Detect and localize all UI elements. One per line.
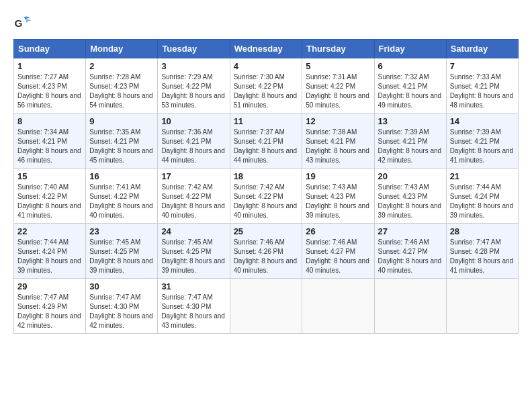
weekday-header-wednesday: Wednesday xyxy=(230,40,302,58)
weekday-header-friday: Friday xyxy=(374,40,446,58)
day-number: 7 xyxy=(450,61,515,71)
calendar-cell: 10 Sunrise: 7:36 AM Sunset: 4:21 PM Dayl… xyxy=(158,113,230,169)
weekday-header-row: SundayMondayTuesdayWednesdayThursdayFrid… xyxy=(14,40,519,58)
calendar-cell: 9 Sunrise: 7:35 AM Sunset: 4:21 PM Dayli… xyxy=(86,113,158,169)
day-number: 14 xyxy=(450,116,515,126)
calendar-cell xyxy=(374,279,446,334)
day-number: 23 xyxy=(89,226,154,236)
calendar-week-row: 29 Sunrise: 7:47 AM Sunset: 4:29 PM Dayl… xyxy=(14,279,519,334)
day-info: Sunrise: 7:42 AM Sunset: 4:22 PM Dayligh… xyxy=(234,183,299,220)
day-number: 12 xyxy=(306,116,370,126)
calendar-cell: 23 Sunrise: 7:45 AM Sunset: 4:25 PM Dayl… xyxy=(86,224,158,279)
day-info: Sunrise: 7:39 AM Sunset: 4:21 PM Dayligh… xyxy=(450,128,515,165)
calendar-week-row: 15 Sunrise: 7:40 AM Sunset: 4:22 PM Dayl… xyxy=(14,169,519,224)
calendar-cell: 21 Sunrise: 7:44 AM Sunset: 4:24 PM Dayl… xyxy=(446,169,518,224)
calendar-cell: 2 Sunrise: 7:28 AM Sunset: 4:23 PM Dayli… xyxy=(86,58,158,113)
day-number: 18 xyxy=(234,171,299,181)
day-number: 26 xyxy=(306,226,370,236)
calendar-cell: 19 Sunrise: 7:43 AM Sunset: 4:23 PM Dayl… xyxy=(302,169,374,224)
day-number: 22 xyxy=(17,226,82,236)
logo: G xyxy=(13,13,35,32)
day-number: 29 xyxy=(17,281,82,291)
day-number: 17 xyxy=(161,171,226,181)
day-number: 13 xyxy=(378,116,443,126)
day-info: Sunrise: 7:40 AM Sunset: 4:22 PM Dayligh… xyxy=(17,183,82,220)
day-info: Sunrise: 7:36 AM Sunset: 4:21 PM Dayligh… xyxy=(161,128,226,165)
calendar-week-row: 8 Sunrise: 7:34 AM Sunset: 4:21 PM Dayli… xyxy=(14,113,519,169)
day-info: Sunrise: 7:28 AM Sunset: 4:23 PM Dayligh… xyxy=(89,73,154,110)
day-info: Sunrise: 7:47 AM Sunset: 4:28 PM Dayligh… xyxy=(450,238,515,275)
calendar-cell: 24 Sunrise: 7:45 AM Sunset: 4:25 PM Dayl… xyxy=(158,224,230,279)
day-number: 1 xyxy=(17,61,82,71)
day-info: Sunrise: 7:30 AM Sunset: 4:22 PM Dayligh… xyxy=(234,73,299,110)
day-number: 28 xyxy=(450,226,515,236)
calendar-cell: 17 Sunrise: 7:42 AM Sunset: 4:22 PM Dayl… xyxy=(158,169,230,224)
day-number: 9 xyxy=(89,116,154,126)
calendar-cell: 30 Sunrise: 7:47 AM Sunset: 4:30 PM Dayl… xyxy=(86,279,158,334)
day-number: 25 xyxy=(234,226,299,236)
calendar-cell: 27 Sunrise: 7:46 AM Sunset: 4:27 PM Dayl… xyxy=(374,224,446,279)
calendar-cell: 15 Sunrise: 7:40 AM Sunset: 4:22 PM Dayl… xyxy=(14,169,86,224)
day-info: Sunrise: 7:39 AM Sunset: 4:21 PM Dayligh… xyxy=(378,128,443,165)
calendar-cell xyxy=(446,279,518,334)
calendar-cell xyxy=(302,279,374,334)
weekday-header-saturday: Saturday xyxy=(446,40,518,58)
calendar-cell: 4 Sunrise: 7:30 AM Sunset: 4:22 PM Dayli… xyxy=(230,58,302,113)
day-info: Sunrise: 7:29 AM Sunset: 4:22 PM Dayligh… xyxy=(161,73,226,110)
day-number: 11 xyxy=(234,116,299,126)
day-info: Sunrise: 7:43 AM Sunset: 4:23 PM Dayligh… xyxy=(378,183,443,220)
day-number: 16 xyxy=(89,171,154,181)
day-info: Sunrise: 7:46 AM Sunset: 4:26 PM Dayligh… xyxy=(234,238,299,275)
day-number: 3 xyxy=(161,61,226,71)
day-number: 30 xyxy=(89,281,154,291)
header: G xyxy=(13,13,519,32)
calendar-cell: 29 Sunrise: 7:47 AM Sunset: 4:29 PM Dayl… xyxy=(14,279,86,334)
day-info: Sunrise: 7:47 AM Sunset: 4:30 PM Dayligh… xyxy=(89,293,154,330)
calendar-cell: 31 Sunrise: 7:47 AM Sunset: 4:30 PM Dayl… xyxy=(158,279,230,334)
day-number: 27 xyxy=(378,226,443,236)
day-number: 4 xyxy=(234,61,299,71)
calendar-cell: 26 Sunrise: 7:46 AM Sunset: 4:27 PM Dayl… xyxy=(302,224,374,279)
day-number: 21 xyxy=(450,171,515,181)
day-info: Sunrise: 7:32 AM Sunset: 4:21 PM Dayligh… xyxy=(378,73,443,110)
logo-icon: G xyxy=(13,13,32,32)
calendar-cell: 7 Sunrise: 7:33 AM Sunset: 4:21 PM Dayli… xyxy=(446,58,518,113)
day-info: Sunrise: 7:45 AM Sunset: 4:25 PM Dayligh… xyxy=(89,238,154,275)
calendar-cell: 25 Sunrise: 7:46 AM Sunset: 4:26 PM Dayl… xyxy=(230,224,302,279)
calendar-cell: 6 Sunrise: 7:32 AM Sunset: 4:21 PM Dayli… xyxy=(374,58,446,113)
day-number: 24 xyxy=(161,226,226,236)
calendar-cell: 13 Sunrise: 7:39 AM Sunset: 4:21 PM Dayl… xyxy=(374,113,446,169)
calendar-cell: 8 Sunrise: 7:34 AM Sunset: 4:21 PM Dayli… xyxy=(14,113,86,169)
calendar-cell: 22 Sunrise: 7:44 AM Sunset: 4:24 PM Dayl… xyxy=(14,224,86,279)
day-number: 10 xyxy=(161,116,226,126)
day-info: Sunrise: 7:44 AM Sunset: 4:24 PM Dayligh… xyxy=(450,183,515,220)
day-info: Sunrise: 7:34 AM Sunset: 4:21 PM Dayligh… xyxy=(17,128,82,165)
day-info: Sunrise: 7:46 AM Sunset: 4:27 PM Dayligh… xyxy=(306,238,370,275)
day-info: Sunrise: 7:47 AM Sunset: 4:30 PM Dayligh… xyxy=(161,293,226,330)
calendar-cell: 5 Sunrise: 7:31 AM Sunset: 4:22 PM Dayli… xyxy=(302,58,374,113)
day-number: 15 xyxy=(17,171,82,181)
day-info: Sunrise: 7:44 AM Sunset: 4:24 PM Dayligh… xyxy=(17,238,82,275)
day-info: Sunrise: 7:27 AM Sunset: 4:23 PM Dayligh… xyxy=(17,73,82,110)
calendar-cell: 18 Sunrise: 7:42 AM Sunset: 4:22 PM Dayl… xyxy=(230,169,302,224)
day-number: 20 xyxy=(378,171,443,181)
day-number: 6 xyxy=(378,61,443,71)
day-number: 5 xyxy=(306,61,370,71)
day-info: Sunrise: 7:37 AM Sunset: 4:21 PM Dayligh… xyxy=(234,128,299,165)
weekday-header-thursday: Thursday xyxy=(302,40,374,58)
calendar-cell: 28 Sunrise: 7:47 AM Sunset: 4:28 PM Dayl… xyxy=(446,224,518,279)
day-info: Sunrise: 7:45 AM Sunset: 4:25 PM Dayligh… xyxy=(161,238,226,275)
day-info: Sunrise: 7:33 AM Sunset: 4:21 PM Dayligh… xyxy=(450,73,515,110)
day-number: 19 xyxy=(306,171,370,181)
day-info: Sunrise: 7:38 AM Sunset: 4:21 PM Dayligh… xyxy=(306,128,370,165)
calendar-cell: 20 Sunrise: 7:43 AM Sunset: 4:23 PM Dayl… xyxy=(374,169,446,224)
day-info: Sunrise: 7:42 AM Sunset: 4:22 PM Dayligh… xyxy=(161,183,226,220)
weekday-header-sunday: Sunday xyxy=(14,40,86,58)
day-number: 31 xyxy=(161,281,226,291)
calendar-cell: 3 Sunrise: 7:29 AM Sunset: 4:22 PM Dayli… xyxy=(158,58,230,113)
weekday-header-tuesday: Tuesday xyxy=(158,40,230,58)
day-number: 8 xyxy=(17,116,82,126)
day-info: Sunrise: 7:46 AM Sunset: 4:27 PM Dayligh… xyxy=(378,238,443,275)
day-info: Sunrise: 7:43 AM Sunset: 4:23 PM Dayligh… xyxy=(306,183,370,220)
day-info: Sunrise: 7:41 AM Sunset: 4:22 PM Dayligh… xyxy=(89,183,154,220)
